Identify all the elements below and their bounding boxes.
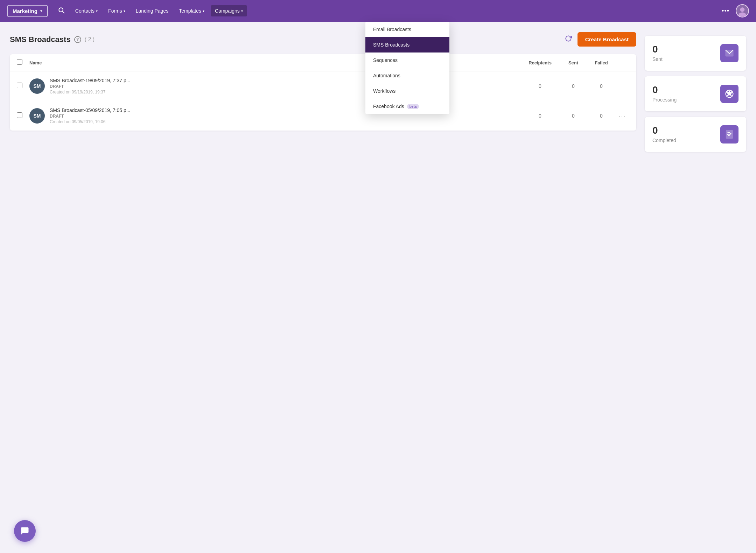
- completed-stat-left: 0 Completed: [652, 126, 676, 143]
- row-failed-0: 0: [587, 83, 615, 89]
- page-title: SMS Broadcasts: [10, 35, 71, 44]
- refresh-button[interactable]: [563, 33, 574, 46]
- select-all-checkbox[interactable]: [17, 59, 22, 65]
- left-panel: SMS Broadcasts ? ( 2 ) Create Broadcast …: [10, 32, 636, 152]
- svg-point-4: [738, 12, 746, 17]
- row-info-1: SMS Broadcast-05/09/2019, 7:05 p... DRAF…: [50, 107, 521, 124]
- col-failed: Failed: [587, 60, 615, 65]
- dropdown-sequences[interactable]: Sequences: [365, 52, 449, 68]
- completed-label: Completed: [652, 138, 676, 143]
- nav-links: Contacts ▾ Forms ▾ Landing Pages Templat…: [71, 5, 247, 16]
- row-sent-1: 0: [559, 113, 587, 119]
- processing-label: Processing: [652, 97, 677, 103]
- sent-label: Sent: [652, 56, 663, 62]
- sent-icon: [720, 44, 738, 62]
- nav-landing-pages[interactable]: Landing Pages: [132, 5, 173, 16]
- row-avatar-0: SM: [29, 78, 45, 94]
- table-row: SM SMS Broadcast-19/09/2019, 7:37 p... D…: [10, 71, 636, 101]
- processing-stat-card: 0 Processing: [645, 76, 746, 111]
- dropdown-email-broadcasts[interactable]: Email Broadcasts: [365, 22, 449, 37]
- processing-stat-left: 0 Processing: [652, 85, 677, 103]
- svg-line-1: [63, 11, 64, 13]
- row-status-1: DRAFT: [50, 114, 521, 119]
- row-checkbox-1[interactable]: [17, 112, 22, 118]
- beta-badge: beta: [407, 104, 419, 109]
- col-recipients: Recipients: [521, 60, 559, 65]
- create-broadcast-button[interactable]: Create Broadcast: [578, 32, 636, 47]
- brand-button[interactable]: Marketing ▾: [7, 5, 48, 17]
- row-recipients-1: 0: [521, 113, 559, 119]
- brand-chevron: ▾: [40, 9, 42, 13]
- dropdown-sms-broadcasts[interactable]: SMS Broadcasts: [365, 37, 449, 52]
- dropdown-automations[interactable]: Automations: [365, 68, 449, 83]
- brand-label: Marketing: [13, 8, 37, 14]
- page-header: SMS Broadcasts ? ( 2 ) Create Broadcast: [10, 32, 636, 47]
- nav-forms[interactable]: Forms ▾: [104, 5, 130, 16]
- processing-number: 0: [652, 85, 677, 95]
- row-created-1: Created on 09/05/2019, 19:06: [50, 119, 521, 124]
- help-icon[interactable]: ?: [74, 36, 81, 43]
- campaigns-dropdown: Email Broadcasts SMS Broadcasts Sequence…: [365, 22, 449, 114]
- completed-number: 0: [652, 126, 676, 135]
- more-options-button[interactable]: •••: [718, 5, 733, 17]
- row-created-0: Created on 09/19/2019, 19:37: [50, 90, 521, 94]
- nav-contacts[interactable]: Contacts ▾: [71, 5, 102, 16]
- row-name-0: SMS Broadcast-19/09/2019, 7:37 p...: [50, 78, 521, 83]
- completed-icon: [720, 125, 738, 144]
- row-name-1: SMS Broadcast-05/09/2019, 7:05 p...: [50, 107, 521, 113]
- row-sent-0: 0: [559, 83, 587, 89]
- table-header: Name Recipients Sent Failed: [10, 54, 636, 71]
- row-avatar-1: SM: [29, 108, 45, 124]
- row-failed-1: 0: [587, 113, 615, 119]
- right-panel: 0 Sent 0 Processing: [645, 32, 746, 152]
- broadcasts-table: Name Recipients Sent Failed SM SMS Broad…: [10, 54, 636, 131]
- count-badge: ( 2 ): [85, 36, 94, 43]
- row-info-0: SMS Broadcast-19/09/2019, 7:37 p... DRAF…: [50, 78, 521, 94]
- nav-campaigns[interactable]: Campaigns ▾: [211, 5, 247, 16]
- row-checkbox-0[interactable]: [17, 83, 22, 88]
- sent-stat-left: 0 Sent: [652, 44, 663, 62]
- processing-icon: [720, 85, 738, 103]
- dropdown-facebook-ads[interactable]: Facebook Ads beta: [365, 99, 449, 114]
- row-recipients-0: 0: [521, 83, 559, 89]
- navbar: Marketing ▾ Contacts ▾ Forms ▾ Landing P…: [0, 0, 756, 22]
- search-icon[interactable]: [56, 5, 67, 18]
- svg-point-7: [728, 93, 731, 95]
- dropdown-workflows[interactable]: Workflows: [365, 83, 449, 99]
- chat-bubble[interactable]: [14, 520, 36, 542]
- table-row: SM SMS Broadcast-05/09/2019, 7:05 p... D…: [10, 101, 636, 131]
- row-actions-1[interactable]: ···: [615, 112, 629, 120]
- sent-stat-card: 0 Sent: [645, 36, 746, 71]
- svg-point-3: [740, 7, 745, 12]
- row-status-0: DRAFT: [50, 84, 521, 89]
- sent-number: 0: [652, 44, 663, 54]
- avatar[interactable]: [736, 4, 749, 18]
- nav-templates[interactable]: Templates ▾: [175, 5, 209, 16]
- completed-stat-card: 0 Completed: [645, 117, 746, 152]
- col-sent: Sent: [559, 60, 587, 65]
- svg-rect-8: [726, 130, 733, 138]
